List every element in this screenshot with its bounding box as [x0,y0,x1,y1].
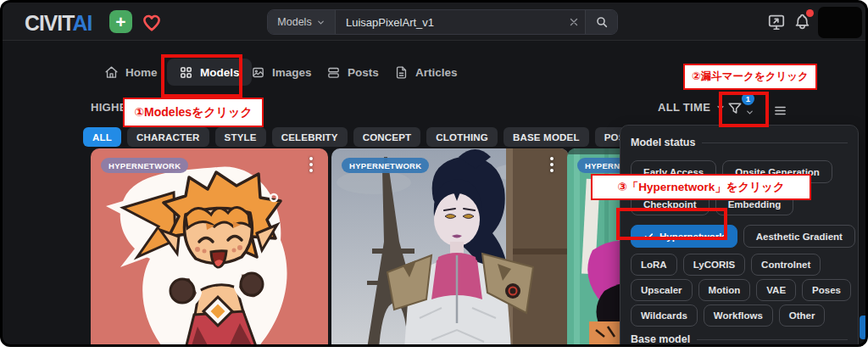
nav-item-posts[interactable]: Posts [326,57,379,87]
divider [702,142,848,143]
period-label: ALL TIME [658,101,710,114]
nav-label-articles: Articles [415,66,458,79]
highlight-box-models-nav [161,54,242,98]
heart-icon [140,10,164,34]
card-menu-button[interactable] [309,157,313,172]
filter-pill-lycoris[interactable]: LyCORIS [683,254,745,276]
nav-item-home[interactable]: Home [104,57,158,87]
category-pill-character[interactable]: CHARACTER [127,127,209,147]
logo-text-accent: AI [73,10,92,36]
filter-pill-aesthetic-gradient[interactable]: Aesthetic Gradient [743,225,855,248]
home-icon [104,65,119,80]
filter-pill-controlnet[interactable]: Controlnet [751,254,821,276]
civitai-app: CIVITAI + Models LuisapPixelArt_v1 [3,3,865,344]
close-icon [568,16,580,28]
posts-icon [326,65,341,80]
top-bar: CIVITAI + Models LuisapPixelArt_v1 [3,3,865,41]
nav-label-images: Images [272,66,312,79]
filter-pill-wildcards[interactable]: Wildcards [631,305,698,327]
period-dropdown[interactable]: ALL TIME [658,101,726,114]
filter-pill-other[interactable]: Other [779,305,826,327]
window-frame: CIVITAI + Models LuisapPixelArt_v1 [0,0,868,347]
annotation-step3: ③「Hypernetwork」をクリック [591,174,811,200]
image-icon [251,65,265,80]
logo-text-primary: CIVIT [25,10,73,36]
create-button[interactable]: + [109,10,132,33]
model-type-badge: HYPERNETWORK [342,158,429,173]
filter-pill-motion[interactable]: Motion [698,279,751,301]
highlight-box-hypernetwork [616,208,727,240]
model-card[interactable]: HYPERNETWORK [331,148,569,344]
filter-pill-poses[interactable]: Poses [802,279,851,301]
model-type-badge: HYPERNETWORK [101,158,188,173]
base-model-title: Base model [631,333,690,344]
cast-screen-icon [767,13,786,31]
article-icon [394,65,409,80]
model-status-title: Model status [631,137,695,148]
civitai-logo[interactable]: CIVITAI [25,10,92,36]
nav-label-posts: Posts [348,66,379,79]
nav-item-images[interactable]: Images [251,57,312,87]
nav-item-articles[interactable]: Articles [394,57,458,87]
annotation-step2: ②漏斗マークをクリック [683,64,817,90]
search-icon [595,15,609,29]
type-pill-row-3: LoRA LyCORIS Controlnet [631,254,848,276]
filter-pill-workflows[interactable]: Workflows [704,305,773,327]
search-clear-button[interactable] [563,10,585,34]
user-avatar[interactable] [818,7,862,38]
nav-label-home: Home [125,66,158,79]
category-pill-style[interactable]: STYLE [215,127,266,147]
card-artwork-chibi [91,148,328,344]
layout-toggle-button[interactable] [772,103,788,122]
model-card[interactable]: HYPERNETWORK [91,148,328,344]
plus-icon: + [115,13,125,31]
annotation-step1: ①Modelesをクリック [123,98,264,127]
search-submit-button[interactable] [585,10,617,34]
divider [697,339,848,340]
filter-pill-vae[interactable]: VAE [756,279,796,301]
type-pill-row-5: Wildcards Workflows Other [631,305,848,327]
type-pill-row-4: Upscaler Motion VAE Poses [631,279,848,301]
category-pill-clothing[interactable]: CLOTHING [426,127,498,147]
filter-pill-lora[interactable]: LoRA [631,254,677,276]
base-model-section-header: Base model [631,332,848,344]
filter-pill-upscaler[interactable]: Upscaler [631,279,693,301]
search-category-label: Models [277,16,311,28]
search-category-select[interactable]: Models [268,10,336,34]
search-input[interactable]: LuisapPixelArt_v1 [336,10,563,34]
cutoff-blue-button[interactable] [860,316,865,339]
highlight-box-filter-button [719,92,769,127]
card-artwork-portrait [331,148,569,344]
model-status-section-header: Model status [631,136,848,149]
category-pill-basemodel[interactable]: BASE MODEL [504,127,589,147]
notification-dot [806,9,814,17]
cast-screen-button[interactable] [767,13,786,35]
category-pill-celebrity[interactable]: CELEBRITY [272,127,348,147]
rows-icon [772,103,788,119]
category-pill-concept[interactable]: CONCEPT [353,127,421,147]
category-pill-all[interactable]: ALL [83,127,121,147]
support-button[interactable] [140,10,164,34]
card-menu-button[interactable] [550,157,554,172]
search-bar: Models LuisapPixelArt_v1 [267,9,618,35]
screenshot-stage: CIVITAI + Models LuisapPixelArt_v1 [0,0,868,352]
chevron-down-icon [316,18,326,27]
